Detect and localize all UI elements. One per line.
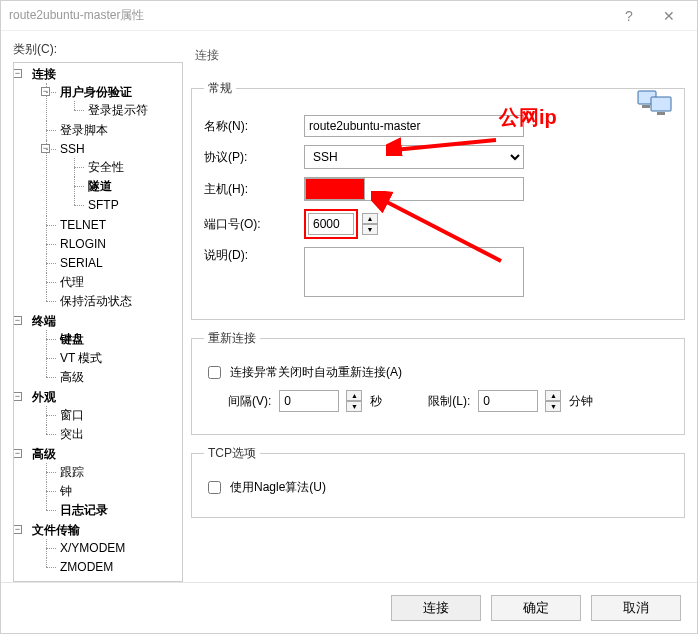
tree-highlight[interactable]: 突出: [60, 427, 84, 441]
limit-input[interactable]: [478, 390, 538, 412]
annotation-public-ip: 公网ip: [499, 104, 557, 131]
host-input-redacted[interactable]: [305, 178, 365, 200]
titlebar: route2ubuntu-master属性 ? ✕: [1, 1, 697, 31]
protocol-select[interactable]: SSH: [304, 145, 524, 169]
expand-icon[interactable]: −: [41, 144, 50, 153]
window-title: route2ubuntu-master属性: [9, 7, 609, 24]
svg-rect-1: [651, 97, 671, 111]
host-label: 主机(H):: [204, 181, 304, 198]
expand-icon[interactable]: −: [13, 316, 22, 325]
help-button[interactable]: ?: [609, 8, 649, 24]
expand-icon[interactable]: −: [13, 392, 22, 401]
name-input[interactable]: [304, 115, 524, 137]
limit-up-button[interactable]: ▲: [545, 390, 561, 401]
port-down-button[interactable]: ▼: [362, 224, 378, 235]
tree-login-script[interactable]: 登录脚本: [60, 123, 108, 137]
close-button[interactable]: ✕: [649, 8, 689, 24]
tree-terminal[interactable]: 终端: [32, 314, 56, 328]
reconnect-legend: 重新连接: [204, 330, 260, 347]
tcp-legend: TCP选项: [204, 445, 260, 462]
svg-rect-2: [657, 112, 665, 115]
tree-term-advanced[interactable]: 高级: [60, 370, 84, 384]
tree-appearance[interactable]: 外观: [32, 390, 56, 404]
port-input[interactable]: [308, 213, 354, 235]
tree-auth[interactable]: 用户身份验证: [60, 85, 132, 99]
tree-window[interactable]: 窗口: [60, 408, 84, 422]
tree-keyboard[interactable]: 键盘: [60, 332, 84, 346]
tree-bell[interactable]: 钟: [60, 484, 72, 498]
limit-down-button[interactable]: ▼: [545, 401, 561, 412]
port-up-button[interactable]: ▲: [362, 213, 378, 224]
auto-reconnect-label: 连接异常关闭时自动重新连接(A): [230, 364, 402, 381]
properties-dialog: route2ubuntu-master属性 ? ✕ 类别(C): − 连接 − …: [0, 0, 698, 634]
desc-textarea[interactable]: [304, 247, 524, 297]
expand-icon[interactable]: −: [13, 69, 22, 78]
tree-ssh[interactable]: SSH: [60, 142, 85, 156]
desc-label: 说明(D):: [204, 247, 304, 264]
tree-zmodem[interactable]: ZMODEM: [60, 560, 113, 574]
tree-rlogin[interactable]: RLOGIN: [60, 237, 106, 251]
category-label: 类别(C):: [13, 41, 183, 58]
nagle-label: 使用Nagle算法(U): [230, 479, 326, 496]
tree-vt[interactable]: VT 模式: [60, 351, 102, 365]
name-label: 名称(N):: [204, 118, 304, 135]
reconnect-group: 重新连接 连接异常关闭时自动重新连接(A) 间隔(V): ▲ ▼ 秒 限制(L)…: [191, 330, 685, 435]
tree-xymodem[interactable]: X/YMODEM: [60, 541, 125, 555]
settings-pane: 连接 常规 名称(N): 协议(P): SSH: [191, 41, 685, 582]
tree-connection[interactable]: 连接: [32, 67, 56, 81]
interval-down-button[interactable]: ▼: [346, 401, 362, 412]
host-input[interactable]: [365, 178, 523, 200]
computers-icon: [637, 85, 673, 117]
tree-trace[interactable]: 跟踪: [60, 465, 84, 479]
tree-login-prompt[interactable]: 登录提示符: [88, 103, 148, 117]
page-heading: 连接: [191, 41, 685, 70]
tcp-group: TCP选项 使用Nagle算法(U): [191, 445, 685, 518]
auto-reconnect-checkbox[interactable]: [208, 366, 221, 379]
nagle-checkbox[interactable]: [208, 481, 221, 494]
limit-label: 限制(L):: [428, 393, 470, 410]
protocol-label: 协议(P):: [204, 149, 304, 166]
tree-advanced[interactable]: 高级: [32, 447, 56, 461]
ok-button[interactable]: 确定: [491, 595, 581, 621]
tree-filetransfer[interactable]: 文件传输: [32, 523, 80, 537]
tree-tunnel[interactable]: 隧道: [88, 179, 112, 193]
tree-serial[interactable]: SERIAL: [60, 256, 103, 270]
interval-up-button[interactable]: ▲: [346, 390, 362, 401]
tree-security[interactable]: 安全性: [88, 160, 124, 174]
svg-rect-3: [642, 105, 650, 108]
cancel-button[interactable]: 取消: [591, 595, 681, 621]
category-tree[interactable]: − 连接 − 用户身份验证 登录提示符 登录脚本 − SSH: [13, 62, 183, 582]
tree-telnet[interactable]: TELNET: [60, 218, 106, 232]
tree-sftp[interactable]: SFTP: [88, 198, 119, 212]
interval-unit: 秒: [370, 393, 382, 410]
connect-button[interactable]: 连接: [391, 595, 481, 621]
port-label: 端口号(O):: [204, 216, 304, 233]
interval-input[interactable]: [279, 390, 339, 412]
interval-label: 间隔(V):: [228, 393, 271, 410]
tree-proxy[interactable]: 代理: [60, 275, 84, 289]
limit-unit: 分钟: [569, 393, 593, 410]
expand-icon[interactable]: −: [41, 87, 50, 96]
general-group: 常规 名称(N): 协议(P): SSH 主机(H):: [191, 80, 685, 320]
general-legend: 常规: [204, 80, 236, 97]
expand-icon[interactable]: −: [13, 525, 22, 534]
category-pane: 类别(C): − 连接 − 用户身份验证 登录提示符 登录脚本: [13, 41, 183, 582]
tree-logging[interactable]: 日志记录: [60, 503, 108, 517]
tree-keepalive[interactable]: 保持活动状态: [60, 294, 132, 308]
expand-icon[interactable]: −: [13, 449, 22, 458]
dialog-footer: 连接 确定 取消: [1, 582, 697, 633]
